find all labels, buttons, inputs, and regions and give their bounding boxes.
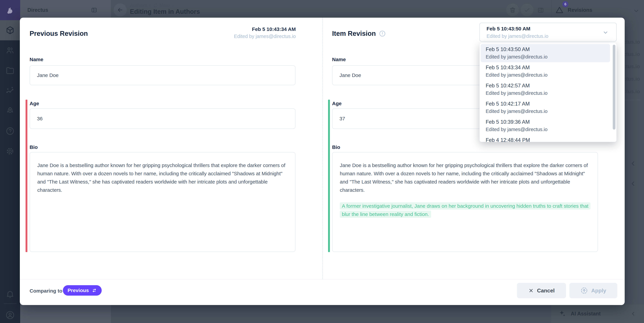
chevron-left-icon bbox=[630, 310, 636, 317]
option-edited-by: Edited by james@directus.io bbox=[486, 54, 610, 60]
toggle-right-panel-button[interactable] bbox=[537, 7, 544, 14]
changed-indicator-added bbox=[328, 144, 330, 252]
previous-revision-heading: Previous Revision bbox=[30, 30, 88, 37]
item-revision-heading: Item Revision bbox=[332, 30, 386, 37]
pane-divider bbox=[322, 18, 323, 279]
sparkle-icon bbox=[558, 310, 566, 318]
compare-target-button[interactable]: Previous bbox=[63, 285, 102, 296]
footer-divider bbox=[20, 279, 625, 280]
option-time: Feb 5 10:42:57 AM bbox=[486, 83, 610, 89]
notifications-button[interactable] bbox=[0, 284, 20, 304]
compare-target-label: Previous bbox=[68, 288, 89, 293]
panel-right-icon bbox=[537, 7, 544, 14]
option-time: Feb 5 10:43:50 AM bbox=[486, 46, 610, 52]
cancel-button[interactable]: Cancel bbox=[517, 283, 566, 298]
delete-button[interactable] bbox=[506, 4, 519, 16]
version-icon bbox=[153, 3, 158, 8]
rabbit-icon bbox=[4, 4, 17, 17]
save-button[interactable] bbox=[521, 4, 534, 16]
arrow-left-icon bbox=[117, 6, 124, 13]
name-label: Name bbox=[332, 57, 346, 62]
added-highlight: A former investigative journalist, Jane … bbox=[340, 202, 590, 218]
users-icon bbox=[6, 46, 14, 55]
revision-select-subtitle: Edited by james@directus.io bbox=[486, 34, 548, 39]
user-avatar[interactable] bbox=[0, 305, 20, 323]
comparing-to-label: Comparing to bbox=[30, 288, 62, 294]
revision-edited-by: Edited by james@directus.io bbox=[234, 34, 296, 39]
folder-icon bbox=[6, 66, 14, 75]
scrollbar-thumb[interactable] bbox=[613, 45, 616, 130]
module-help[interactable] bbox=[0, 121, 20, 141]
revision-select-value: Feb 5 10:43:50 AM bbox=[486, 26, 530, 32]
module-files[interactable] bbox=[0, 60, 20, 81]
collapse-nav-button[interactable] bbox=[91, 7, 98, 14]
revisions-toggle[interactable]: 6 Revisions bbox=[555, 0, 592, 20]
collapse-section-icon bbox=[629, 160, 637, 168]
option-edited-by: Edited by james@directus.io bbox=[486, 72, 610, 78]
module-users[interactable] bbox=[0, 40, 20, 60]
age-label: Age bbox=[332, 101, 342, 106]
name-label: Name bbox=[30, 57, 43, 62]
changed-indicator-deleted bbox=[26, 100, 28, 146]
trash-icon bbox=[509, 6, 516, 13]
revision-option[interactable]: Feb 5 10:43:50 AM Edited by james@direct… bbox=[481, 44, 610, 62]
bell-icon bbox=[6, 290, 14, 299]
revision-option[interactable]: Feb 4 12:48:44 PM bbox=[481, 135, 610, 142]
revision-option[interactable]: Feb 5 10:42:17 AM Edited by james@direct… bbox=[481, 98, 610, 117]
breadcrumb-collection[interactable]: Authors bbox=[130, 3, 148, 8]
revision-timestamp: Feb 5 10:43:34 AM bbox=[234, 26, 296, 32]
age-field-previous: 36 bbox=[30, 108, 296, 129]
version-dropdown[interactable]: Main bbox=[153, 3, 175, 8]
close-icon bbox=[528, 288, 534, 293]
rocket-icon bbox=[6, 106, 14, 116]
chevron-down-icon[interactable] bbox=[633, 8, 640, 14]
directus-logo[interactable] bbox=[0, 0, 20, 20]
ai-assistant-label: AI Assistant bbox=[571, 311, 601, 317]
back-button[interactable] bbox=[114, 3, 127, 16]
module-insights[interactable] bbox=[0, 81, 20, 101]
insights-icon bbox=[6, 86, 14, 95]
option-edited-by: Edited by james@directus.io bbox=[486, 108, 610, 114]
apply-label: Apply bbox=[591, 288, 606, 294]
page-title: Editing Item in Authors bbox=[130, 8, 200, 15]
revision-option[interactable]: Feb 5 10:43:34 AM Edited by james@direct… bbox=[481, 62, 610, 80]
project-name: Directus bbox=[28, 0, 48, 20]
revision-compare-modal: Previous Revision Feb 5 10:43:34 AM Edit… bbox=[20, 18, 625, 305]
collapse-section-icon bbox=[629, 180, 637, 188]
module-settings[interactable] bbox=[0, 141, 20, 161]
ai-assistant-bar[interactable]: AI Assistant bbox=[551, 304, 644, 323]
bio-field-previous: Jane Doe is a bestselling author known f… bbox=[30, 152, 296, 252]
revision-option[interactable]: Feb 5 10:42:57 AM Edited by james@direct… bbox=[481, 80, 610, 98]
app-screen: Directus Authors • Main Editing Item in … bbox=[0, 0, 644, 323]
module-bar bbox=[0, 0, 20, 323]
revision-select[interactable]: Feb 5 10:43:50 AM Edited by james@direct… bbox=[480, 23, 616, 42]
option-time: Feb 5 10:43:34 AM bbox=[486, 64, 610, 70]
bio-added-text: A former investigative journalist, Jane … bbox=[340, 202, 590, 218]
avatar-icon bbox=[5, 310, 15, 320]
version-name: Main bbox=[159, 3, 170, 8]
help-icon bbox=[6, 126, 14, 136]
cancel-label: Cancel bbox=[537, 288, 555, 294]
bio-label: Bio bbox=[30, 144, 38, 150]
chevron-down-icon bbox=[602, 30, 608, 36]
bio-text: Jane Doe is a bestselling author known f… bbox=[37, 161, 288, 194]
module-marketplace[interactable] bbox=[0, 101, 20, 121]
breadcrumb-separator: • bbox=[150, 3, 151, 8]
bio-label: Bio bbox=[332, 144, 340, 150]
sidebar-divider bbox=[4, 304, 16, 304]
option-edited-by: Edited by james@directus.io bbox=[486, 127, 610, 132]
previous-revision-meta: Feb 5 10:43:34 AM Edited by james@direct… bbox=[234, 26, 296, 39]
alert-circle-icon bbox=[379, 30, 386, 37]
module-content[interactable] bbox=[0, 20, 20, 40]
bio-field-revision: Jane Doe is a bestselling author known f… bbox=[332, 152, 598, 252]
revision-option[interactable]: Feb 5 10:39:36 AM Edited by james@direct… bbox=[481, 117, 610, 135]
option-time: Feb 4 12:48:44 PM bbox=[486, 137, 610, 142]
changed-indicator-added bbox=[328, 100, 330, 146]
apply-button[interactable]: Apply bbox=[570, 283, 617, 298]
option-edited-by: Edited by james@directus.io bbox=[486, 90, 610, 96]
changed-indicator-deleted bbox=[26, 144, 28, 252]
name-field-previous: Jane Doe bbox=[30, 65, 296, 85]
delta-icon: 6 bbox=[555, 6, 564, 14]
swap-icon bbox=[92, 288, 97, 293]
breadcrumb: Authors • Main bbox=[130, 3, 174, 8]
